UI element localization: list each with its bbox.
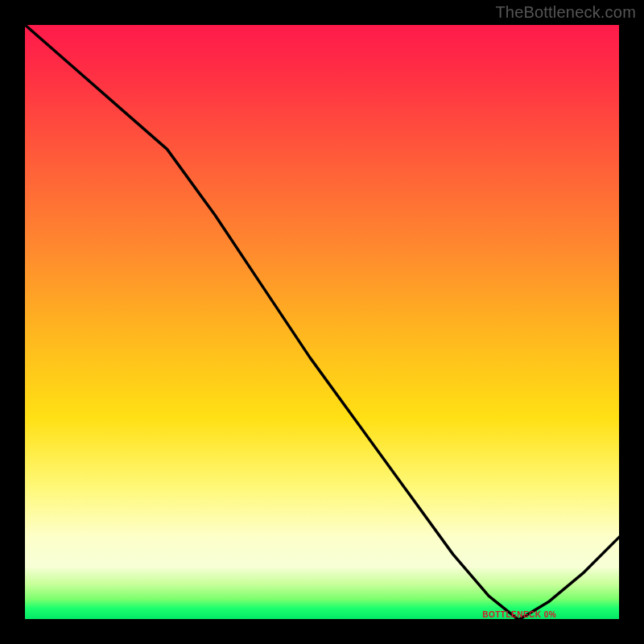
- watermark-text: TheBottleneck.com: [495, 3, 636, 22]
- bottleneck-min-label: BOTTLENECK 0%: [482, 610, 556, 619]
- chart-stage: TheBottleneck.com BOTTLENECK 0%: [0, 0, 644, 644]
- gradient-plot-area: [24, 24, 620, 620]
